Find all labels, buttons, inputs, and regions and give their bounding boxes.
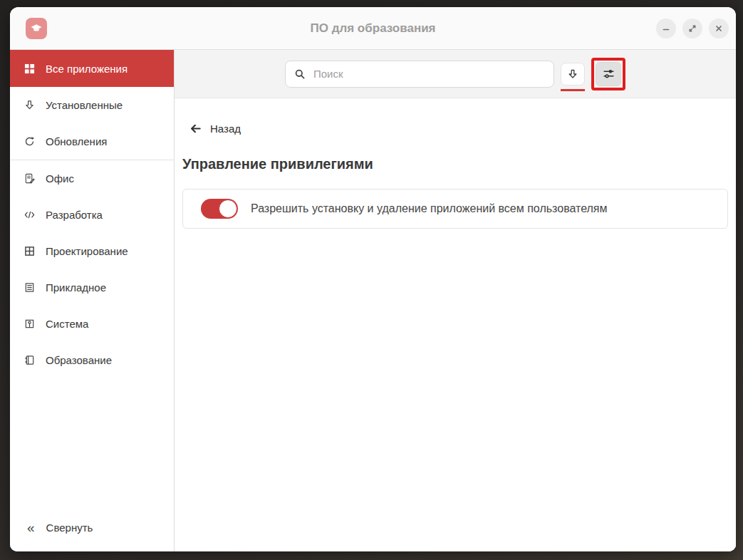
main-area: Назад Управление привилегиями Разрешить … <box>175 50 736 551</box>
app-icon <box>26 18 47 39</box>
app-window: ПО для образования <box>10 7 736 551</box>
filter-settings-button[interactable] <box>596 62 621 86</box>
search-icon <box>294 68 306 80</box>
back-button[interactable]: Назад <box>182 123 241 135</box>
restore-button[interactable] <box>682 19 702 38</box>
content-area: Назад Управление привилегиями Разрешить … <box>175 98 736 551</box>
close-button[interactable] <box>709 19 729 38</box>
import-arrow-icon <box>567 68 578 80</box>
search-field <box>285 61 554 88</box>
window-body: Все приложения Установленные <box>10 50 736 551</box>
sidebar-item-updates[interactable]: Обновления <box>10 123 174 160</box>
graduation-cap-icon <box>29 21 43 36</box>
sidebar-item-label: Обновления <box>46 135 107 147</box>
sidebar-item-design[interactable]: Проектирование <box>10 233 174 269</box>
sidebar: Все приложения Установленные <box>10 50 175 551</box>
titlebar: ПО для образования <box>10 7 736 50</box>
sidebar-item-applied[interactable]: Прикладное <box>10 269 174 306</box>
search-input[interactable] <box>312 67 545 81</box>
sidebar-item-office[interactable]: Офис <box>10 160 174 197</box>
download-view-button[interactable] <box>561 63 585 85</box>
restore-icon <box>688 24 697 33</box>
desktop-backdrop: ПО для образования <box>0 0 743 560</box>
window-title: ПО для образования <box>10 21 736 36</box>
list-icon <box>24 281 36 294</box>
blueprint-icon <box>24 245 36 257</box>
page-title: Управление привилегиями <box>182 156 728 172</box>
active-view-underline <box>561 89 585 91</box>
minimize-icon <box>662 24 670 33</box>
sidebar-item-label: Образование <box>46 354 112 366</box>
grid-icon <box>24 63 36 75</box>
system-icon <box>24 318 36 330</box>
code-icon <box>24 209 36 221</box>
sidebar-item-label: Все приложения <box>46 63 128 75</box>
toggle-label: Разрешить установку и удаление приложени… <box>251 202 608 215</box>
sidebar-item-installed[interactable]: Установленные <box>10 87 174 123</box>
arrow-left-icon <box>189 123 202 135</box>
toolbar <box>175 50 736 98</box>
collapse-label: Свернуть <box>46 522 93 534</box>
refresh-icon <box>24 135 36 147</box>
download-view-wrap <box>561 63 585 85</box>
document-edit-icon <box>24 172 36 185</box>
sidebar-item-label: Система <box>46 318 88 330</box>
sliders-icon <box>603 68 615 80</box>
sidebar-collapse-button[interactable]: « Свернуть <box>10 512 173 543</box>
sidebar-item-label: Установленные <box>46 99 123 111</box>
sidebar-item-all-apps[interactable]: Все приложения <box>10 50 174 87</box>
back-label: Назад <box>210 123 241 135</box>
sidebar-item-education[interactable]: Образование <box>10 342 174 378</box>
sidebar-item-label: Разработка <box>46 209 103 221</box>
book-icon <box>24 354 36 366</box>
sidebar-item-label: Офис <box>46 172 74 185</box>
toggle-knob <box>219 199 237 218</box>
close-icon <box>715 24 723 33</box>
minimize-button[interactable] <box>656 19 676 38</box>
sidebar-item-label: Проектирование <box>46 245 128 257</box>
highlight-annotation-box <box>591 58 625 90</box>
sidebar-item-development[interactable]: Разработка <box>10 197 174 233</box>
privilege-card: Разрешить установку и удаление приложени… <box>182 189 728 229</box>
sidebar-item-system[interactable]: Система <box>10 306 174 342</box>
double-chevron-left-icon: « <box>27 521 35 534</box>
allow-install-toggle[interactable] <box>201 199 238 219</box>
download-icon <box>24 99 36 111</box>
sidebar-item-label: Прикладное <box>46 281 106 294</box>
window-controls <box>656 19 729 38</box>
